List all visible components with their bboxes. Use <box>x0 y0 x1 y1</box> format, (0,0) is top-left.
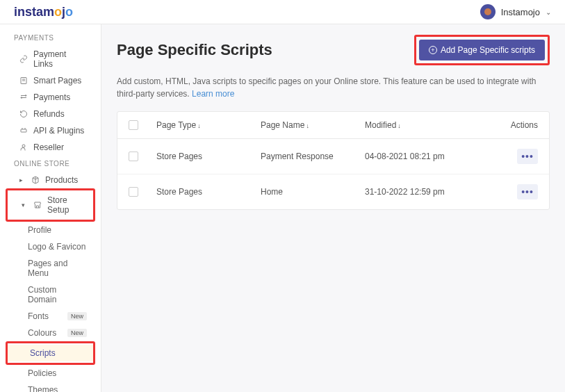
sort-arrow-icon: ↓ <box>398 122 401 129</box>
cell-page-name: Home <box>261 187 365 197</box>
scripts-table: Page Type↓ Page Name↓ Modified↓ Actions … <box>117 111 550 210</box>
caret-right-icon: ▸ <box>19 177 23 183</box>
learn-more-link[interactable]: Learn more <box>192 89 234 99</box>
column-actions: Actions <box>496 120 538 130</box>
store-setup-highlight: ▾Store Setup <box>6 188 95 222</box>
cell-modified: 04-08-2021 08:21 pm <box>365 152 496 161</box>
row-actions-button[interactable]: ••• <box>517 184 538 199</box>
sort-arrow-icon: ↓ <box>306 122 309 129</box>
page-title: Page Specific Scripts <box>117 41 272 59</box>
sidebar-sub-policies[interactable]: Policies <box>0 365 101 382</box>
sidebar-item-smart-pages[interactable]: Smart Pages <box>0 72 101 89</box>
exchange-icon <box>19 93 28 101</box>
svg-point-6 <box>22 145 25 147</box>
row-checkbox[interactable] <box>129 187 138 197</box>
row-checkbox[interactable] <box>129 152 138 161</box>
table-header: Page Type↓ Page Name↓ Modified↓ Actions <box>117 112 549 139</box>
sidebar-sub-themes[interactable]: Themes <box>0 382 101 392</box>
sidebar-section-online-store: ONLINE STORE <box>0 156 101 172</box>
plus-circle-icon: + <box>429 46 437 54</box>
box-icon <box>31 176 40 184</box>
sidebar-item-payment-links[interactable]: Payment Links <box>0 46 101 72</box>
caret-down-icon: ▾ <box>22 202 25 209</box>
page-icon <box>19 76 28 85</box>
chevron-down-icon: ⌄ <box>546 8 551 16</box>
sidebar-sub-fonts[interactable]: FontsNew <box>0 308 101 325</box>
svg-rect-3 <box>21 129 26 132</box>
sidebar-item-reseller[interactable]: Reseller <box>0 139 101 156</box>
new-badge: New <box>67 312 87 320</box>
scripts-highlight: Scripts <box>6 341 95 365</box>
new-badge: New <box>67 329 87 337</box>
sidebar-item-refunds[interactable]: Refunds <box>0 106 101 122</box>
sidebar-item-payments[interactable]: Payments <box>0 89 101 106</box>
add-page-specific-scripts-button[interactable]: + Add Page Specific scripts <box>419 40 545 60</box>
sidebar-item-store-setup[interactable]: ▾Store Setup <box>8 192 93 218</box>
user-name: Instamojo <box>501 7 540 17</box>
sidebar-sub-colours[interactable]: ColoursNew <box>0 325 101 341</box>
cell-modified: 31-10-2022 12:59 pm <box>365 187 496 197</box>
sidebar-sub-profile[interactable]: Profile <box>0 222 101 238</box>
reseller-icon <box>19 143 28 152</box>
avatar <box>480 4 496 19</box>
sidebar-item-products[interactable]: ▸Products <box>0 172 101 188</box>
sidebar-sub-scripts[interactable]: Scripts <box>8 345 93 361</box>
row-actions-button[interactable]: ••• <box>517 149 538 164</box>
plugin-icon <box>19 126 28 135</box>
user-menu[interactable]: Instamojo ⌄ <box>480 4 551 19</box>
column-page-type[interactable]: Page Type↓ <box>156 120 261 130</box>
refund-icon <box>19 110 28 118</box>
cell-page-type: Store Pages <box>156 152 261 161</box>
add-button-highlight: + Add Page Specific scripts <box>414 35 550 65</box>
column-page-name[interactable]: Page Name↓ <box>261 120 365 130</box>
logo[interactable]: instamojo <box>14 5 73 19</box>
link-icon <box>19 55 28 63</box>
store-icon <box>33 201 42 209</box>
select-all-checkbox[interactable] <box>129 120 138 130</box>
sort-arrow-icon: ↓ <box>197 122 201 129</box>
description: Add custom, HTML, Java scripts to specif… <box>117 75 550 100</box>
table-row: Store Pages Home 31-10-2022 12:59 pm ••• <box>117 174 549 209</box>
main-content: Page Specific Scripts + Add Page Specifi… <box>101 24 565 392</box>
sidebar-sub-pages-menu[interactable]: Pages and Menu <box>0 255 101 281</box>
sidebar: PAYMENTS Payment Links Smart Pages Payme… <box>0 24 101 392</box>
column-modified[interactable]: Modified↓ <box>365 120 496 130</box>
sidebar-sub-custom-domain[interactable]: Custom Domain <box>0 281 101 308</box>
sidebar-item-api-plugins[interactable]: API & Plugins <box>0 122 101 139</box>
cell-page-name: Payment Response <box>261 152 365 161</box>
sidebar-section-payments: PAYMENTS <box>0 30 101 46</box>
cell-page-type: Store Pages <box>156 187 261 197</box>
sidebar-sub-logo-favicon[interactable]: Logo & Favicon <box>0 238 101 255</box>
table-row: Store Pages Payment Response 04-08-2021 … <box>117 139 549 174</box>
